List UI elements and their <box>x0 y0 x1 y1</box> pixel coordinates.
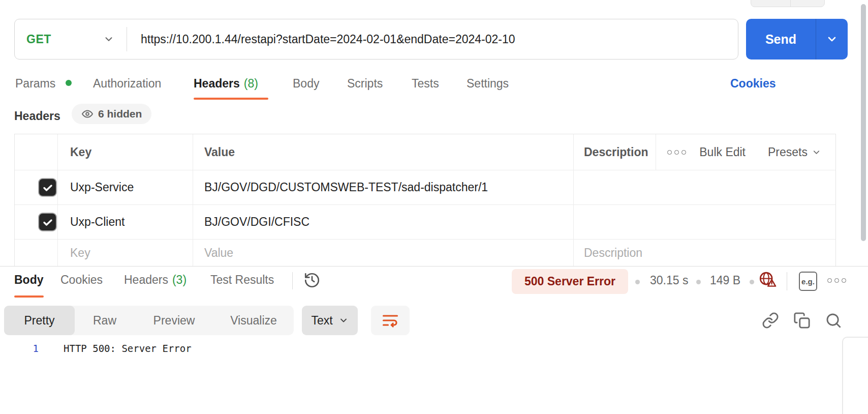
headers-table: Key Value Description Bulk Edit Presets <box>14 134 836 267</box>
copy-link-icon[interactable] <box>761 311 780 330</box>
response-tab-test-results[interactable]: Test Results <box>210 273 274 287</box>
active-tab-underline <box>194 98 268 100</box>
header-value-cell[interactable]: BJ/GOV/DGI/CFISC <box>193 205 574 240</box>
headers-count: (8) <box>244 77 258 90</box>
response-size: 149 B <box>710 274 740 287</box>
chevron-down-icon <box>338 315 349 326</box>
tab-settings[interactable]: Settings <box>467 77 509 91</box>
response-tab-headers[interactable]: Headers(3) <box>124 273 187 287</box>
view-tab-preview[interactable]: Preview <box>135 306 213 335</box>
tab-body[interactable]: Body <box>293 77 319 91</box>
tab-headers[interactable]: Headers(8) <box>194 77 258 91</box>
status-badge[interactable]: 500 Server Error <box>512 269 628 294</box>
rest-client-app: GET Send Params Authorization Headers(8)… <box>0 0 868 414</box>
divider <box>787 272 787 290</box>
view-tab-pretty[interactable]: Pretty <box>4 306 75 335</box>
key-column-header: Key <box>58 134 193 170</box>
response-tab-cookies[interactable]: Cookies <box>60 273 103 287</box>
check-icon <box>42 216 54 228</box>
header-description-cell[interactable] <box>574 170 835 205</box>
headers-section-title: Headers <box>14 109 60 123</box>
wrap-lines-button[interactable] <box>371 306 410 335</box>
value-column-header: Value <box>193 134 574 170</box>
response-body-text[interactable]: HTTP 500: Server Error <box>64 343 192 354</box>
table-row: Uxp-Service BJ/GOV/DGD/CUSTOMSWEB-TEST/s… <box>15 170 835 205</box>
response-headers-count: (3) <box>172 273 187 286</box>
response-more-options-icon[interactable] <box>827 278 846 283</box>
row-checkbox-checked[interactable] <box>38 213 57 231</box>
hidden-headers-label: 6 hidden <box>98 108 142 120</box>
value-placeholder[interactable]: Value <box>193 240 574 267</box>
description-placeholder[interactable]: Description <box>574 240 835 267</box>
key-placeholder[interactable]: Key <box>58 240 193 267</box>
copy-response-icon[interactable] <box>793 311 811 330</box>
header-value-cell[interactable]: BJ/GOV/DGD/CUSTOMSWEB-TEST/sad-dispatche… <box>193 170 574 205</box>
table-actions: Bulk Edit Presets <box>656 134 835 170</box>
checkbox-column-header <box>15 134 58 170</box>
history-icon[interactable] <box>303 271 321 289</box>
params-active-dot <box>66 80 72 86</box>
response-panel <box>0 266 868 414</box>
active-response-tab-underline <box>14 295 44 298</box>
response-view-switcher: Pretty Raw Preview Visualize <box>4 306 294 335</box>
send-button[interactable]: Send <box>746 19 848 60</box>
send-options-caret[interactable] <box>816 19 848 60</box>
divider <box>292 272 293 289</box>
line-number: 1 <box>15 343 39 354</box>
meta-separator-dot <box>635 280 640 284</box>
method-label: GET <box>26 33 51 46</box>
request-url-bar: GET <box>14 19 738 60</box>
tab-tests[interactable]: Tests <box>412 77 439 91</box>
table-header-row: Key Value Description Bulk Edit Presets <box>15 134 835 170</box>
bottom-right-partial-panel <box>842 337 868 414</box>
presets-dropdown[interactable]: Presets <box>768 145 821 159</box>
top-toolbar-partial[interactable] <box>751 0 825 7</box>
bulk-edit-button[interactable]: Bulk Edit <box>699 145 746 159</box>
chevron-down-icon <box>812 147 821 157</box>
table-row-empty: Key Value Description <box>15 240 835 267</box>
row-checkbox-checked[interactable] <box>38 178 57 197</box>
meta-separator-dot <box>750 280 754 284</box>
view-tab-visualize[interactable]: Visualize <box>213 306 294 335</box>
check-icon <box>42 182 54 194</box>
eye-icon <box>81 108 94 120</box>
vertical-scrollbar[interactable] <box>861 4 866 241</box>
hidden-headers-badge[interactable]: 6 hidden <box>72 104 151 124</box>
meta-separator-dot <box>696 280 701 284</box>
view-tab-raw[interactable]: Raw <box>75 306 135 335</box>
search-response-icon[interactable] <box>824 311 843 330</box>
chevron-down-icon <box>826 33 838 45</box>
send-button-label: Send <box>746 19 816 60</box>
save-example-icon[interactable]: e.g. <box>799 272 817 291</box>
method-selector[interactable]: GET <box>15 19 127 59</box>
wrap-text-icon <box>381 311 399 330</box>
header-key-cell[interactable]: Uxp-Client <box>58 205 193 240</box>
url-input[interactable] <box>127 19 738 59</box>
header-description-cell[interactable] <box>574 205 835 240</box>
tab-params[interactable]: Params <box>15 77 55 91</box>
format-dropdown[interactable]: Text <box>302 306 358 335</box>
response-time: 30.15 s <box>650 274 688 287</box>
cookies-link[interactable]: Cookies <box>730 77 776 91</box>
tab-authorization[interactable]: Authorization <box>93 77 161 91</box>
chevron-down-icon <box>103 34 114 45</box>
more-options-icon[interactable] <box>667 150 686 155</box>
description-column-header: Description Bulk Edit Presets <box>574 134 835 170</box>
response-tab-body[interactable]: Body <box>14 273 44 287</box>
tab-scripts[interactable]: Scripts <box>347 77 383 91</box>
table-row: Uxp-Client BJ/GOV/DGI/CFISC <box>15 205 835 240</box>
network-warning-globe-icon[interactable] <box>759 270 777 288</box>
header-key-cell[interactable]: Uxp-Service <box>58 170 193 205</box>
